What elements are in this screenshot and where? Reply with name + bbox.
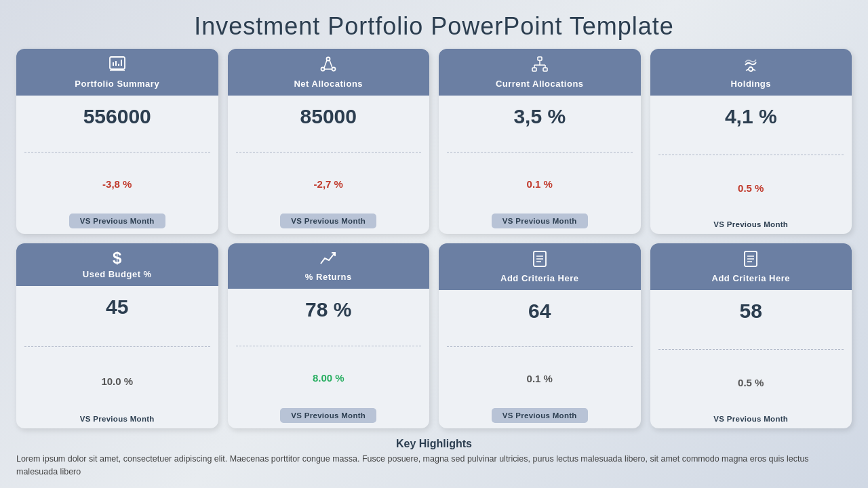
card-header-holdings: Holdings xyxy=(650,49,852,96)
vs-text-used-budget: VS Previous Month xyxy=(80,415,155,423)
page-title: Investment Portfolio PowerPoint Template xyxy=(0,0,868,49)
svg-line-20 xyxy=(746,69,749,70)
chart-up-icon xyxy=(319,250,337,269)
svg-rect-14 xyxy=(543,68,547,71)
key-highlights-text: Lorem ipsum dolor sit amet, consectetuer… xyxy=(16,453,852,479)
card-title-holdings: Holdings xyxy=(730,79,771,89)
card-header-percent-returns: % Returns xyxy=(228,243,430,289)
cards-grid: Portfolio Summary 556000 -3,8 % VS Previ… xyxy=(0,49,868,428)
sub-value-used-budget: 10.0 % xyxy=(101,375,133,387)
svg-point-19 xyxy=(749,67,753,71)
sub-value-percent-returns: 8.00 % xyxy=(313,372,344,384)
main-value-used-budget: 45 xyxy=(106,296,128,319)
card-title-current-allocations: Current Allocations xyxy=(496,79,584,89)
vs-button-net-allocations[interactable]: VS Previous Month xyxy=(280,214,376,228)
separator-portfolio-summary xyxy=(24,152,210,152)
card-title-portfolio-summary: Portfolio Summary xyxy=(75,79,159,89)
card-body-add-criteria-1: 64 0.1 % VS Previous Month xyxy=(439,290,641,428)
main-value-add-criteria-2: 58 xyxy=(740,300,762,323)
card-header-add-criteria-2: Add Criteria Here xyxy=(650,243,852,290)
card-title-add-criteria-2: Add Criteria Here xyxy=(712,273,790,283)
sub-value-current-allocations: 0.1 % xyxy=(527,178,553,190)
handshake-icon xyxy=(742,56,760,76)
sub-value-portfolio-summary: -3,8 % xyxy=(102,178,132,190)
svg-point-7 xyxy=(321,68,325,71)
card-add-criteria-2: Add Criteria Here 58 0.5 % VS Previous M… xyxy=(650,243,852,428)
vs-button-percent-returns[interactable]: VS Previous Month xyxy=(280,408,376,423)
vs-button-current-allocations[interactable]: VS Previous Month xyxy=(492,214,588,228)
document-icon xyxy=(532,250,547,270)
svg-point-6 xyxy=(327,58,330,61)
card-header-portfolio-summary: Portfolio Summary xyxy=(16,49,218,96)
card-header-add-criteria-1: Add Criteria Here xyxy=(439,243,641,290)
card-body-portfolio-summary: 556000 -3,8 % VS Previous Month xyxy=(16,96,218,234)
svg-line-9 xyxy=(324,60,327,68)
vs-text-add-criteria-2: VS Previous Month xyxy=(713,415,788,423)
separator-current-allocations xyxy=(447,152,633,152)
card-current-allocations: Current Allocations 3,5 % 0.1 % VS Previ… xyxy=(439,49,641,234)
dollar-icon: $ xyxy=(113,250,121,266)
main-value-percent-returns: 78 % xyxy=(305,298,351,321)
svg-line-10 xyxy=(330,60,332,68)
main-value-add-criteria-1: 64 xyxy=(528,300,551,323)
card-body-net-allocations: 85000 -2,7 % VS Previous Month xyxy=(228,96,430,234)
card-percent-returns: % Returns 78 % 8.00 % VS Previous Month xyxy=(228,243,430,428)
main-value-net-allocations: 85000 xyxy=(300,105,357,128)
card-net-allocations: Net Allocations 85000 -2,7 % VS Previous… xyxy=(228,49,430,234)
svg-point-8 xyxy=(332,68,336,71)
card-title-percent-returns: % Returns xyxy=(305,272,352,282)
org-chart-icon xyxy=(531,56,549,76)
card-body-percent-returns: 78 % 8.00 % VS Previous Month xyxy=(228,289,430,428)
card-header-current-allocations: Current Allocations xyxy=(439,49,641,96)
svg-rect-0 xyxy=(110,57,125,69)
key-highlights-title: Key Highlights xyxy=(16,438,852,450)
card-title-add-criteria-1: Add Criteria Here xyxy=(500,273,578,283)
separator-percent-returns xyxy=(236,346,422,346)
card-used-budget: $ Used Budget % 45 10.0 % VS Previous Mo… xyxy=(16,243,218,428)
card-header-net-allocations: Net Allocations xyxy=(228,49,430,96)
card-portfolio-summary: Portfolio Summary 556000 -3,8 % VS Previ… xyxy=(16,49,218,234)
svg-rect-13 xyxy=(532,68,536,71)
document-icon xyxy=(743,250,758,270)
key-highlights-section: Key Highlights Lorem ipsum dolor sit ame… xyxy=(0,438,868,479)
svg-line-21 xyxy=(753,69,755,70)
card-body-current-allocations: 3,5 % 0.1 % VS Previous Month xyxy=(439,96,641,234)
vs-text-holdings: VS Previous Month xyxy=(713,220,788,228)
separator-used-budget xyxy=(24,346,210,347)
sub-value-add-criteria-1: 0.1 % xyxy=(527,373,553,384)
card-body-add-criteria-2: 58 0.5 % VS Previous Month xyxy=(650,290,852,428)
separator-add-criteria-1 xyxy=(447,346,633,347)
separator-net-allocations xyxy=(236,152,422,152)
svg-rect-12 xyxy=(538,57,542,60)
card-holdings: Holdings 4,1 % 0.5 % VS Previous Month xyxy=(650,49,852,234)
card-header-used-budget: $ Used Budget % xyxy=(16,243,218,286)
sub-value-holdings: 0.5 % xyxy=(738,182,764,194)
vs-button-portfolio-summary[interactable]: VS Previous Month xyxy=(69,214,165,228)
card-body-used-budget: 45 10.0 % VS Previous Month xyxy=(16,286,218,428)
separator-holdings xyxy=(658,155,844,155)
separator-add-criteria-2 xyxy=(658,349,844,350)
card-title-used-budget: Used Budget % xyxy=(83,269,152,279)
card-title-net-allocations: Net Allocations xyxy=(294,79,363,89)
main-value-holdings: 4,1 % xyxy=(725,105,777,128)
sub-value-net-allocations: -2,7 % xyxy=(314,178,343,190)
card-body-holdings: 4,1 % 0.5 % VS Previous Month xyxy=(650,96,852,234)
main-value-portfolio-summary: 556000 xyxy=(83,105,151,128)
vs-button-add-criteria-1[interactable]: VS Previous Month xyxy=(492,408,588,423)
main-value-current-allocations: 3,5 % xyxy=(513,105,566,128)
sub-value-add-criteria-2: 0.5 % xyxy=(738,377,764,388)
network-icon xyxy=(319,56,337,76)
chart-icon xyxy=(108,56,126,76)
card-add-criteria-1: Add Criteria Here 64 0.1 % VS Previous M… xyxy=(439,243,641,428)
